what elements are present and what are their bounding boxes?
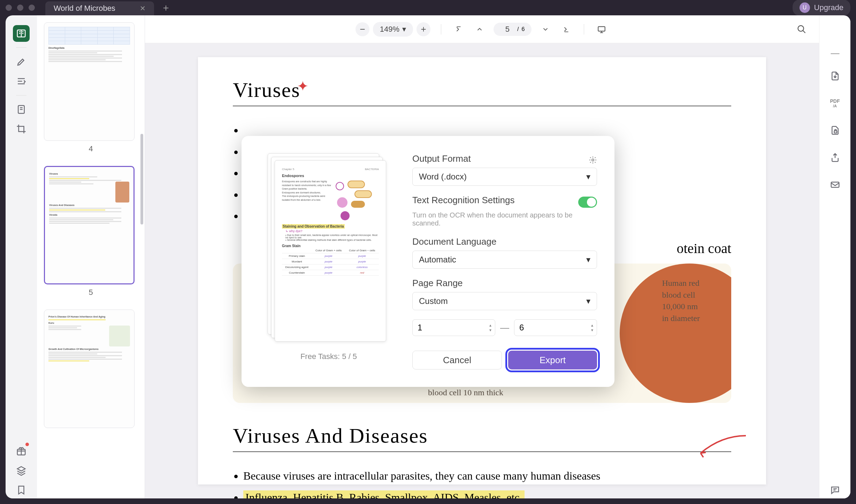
chevron-down-icon: ▾: [586, 255, 590, 265]
export-button[interactable]: Export: [508, 351, 597, 369]
preview-column: Chapter 5BACTERIA Endospores Endospores …: [259, 153, 398, 369]
page-range-inputs: 1 ▴▾ — 6 ▴▾: [412, 319, 597, 336]
export-dialog: Chapter 5BACTERIA Endospores Endospores …: [242, 136, 614, 387]
page-range-label: Page Range: [412, 278, 597, 289]
free-tasks-label: Free Tasks: 5 / 5: [300, 352, 357, 361]
select-value: Word (.docx): [419, 172, 467, 182]
form-column: Output Format Word (.docx) ▾ Text Recogn…: [412, 153, 597, 369]
stepper-icon[interactable]: ▴▾: [591, 323, 593, 333]
select-value: Custom: [419, 296, 448, 306]
dialog-backdrop: Chapter 5BACTERIA Endospores Endospores …: [0, 0, 856, 504]
select-value: Automatic: [419, 255, 456, 265]
svg-point-11: [592, 159, 594, 161]
settings-gear-icon[interactable]: [589, 156, 597, 166]
range-to-input[interactable]: 6 ▴▾: [514, 319, 597, 336]
ocr-toggle[interactable]: [578, 197, 597, 208]
ocr-label: Text Recognition Settings: [412, 195, 514, 206]
stepper-icon[interactable]: ▴▾: [489, 323, 491, 333]
output-format-label: Output Format: [412, 153, 471, 164]
range-from-input[interactable]: 1 ▴▾: [412, 319, 495, 336]
doc-language-label: Document Language: [412, 236, 597, 247]
doc-language-select[interactable]: Automatic ▾: [412, 251, 597, 269]
preview-stack: Chapter 5BACTERIA Endospores Endospores …: [268, 153, 390, 345]
dialog-actions: Cancel Export: [412, 351, 597, 369]
page-range-select[interactable]: Custom ▾: [412, 292, 597, 310]
chevron-down-icon: ▾: [586, 172, 590, 182]
preview-page-front: Chapter 5BACTERIA Endospores Endospores …: [275, 160, 386, 342]
range-dash: —: [500, 322, 509, 333]
ocr-hint: Turn on the OCR when the document appear…: [412, 211, 597, 227]
output-format-select[interactable]: Word (.docx) ▾: [412, 168, 597, 186]
chevron-down-icon: ▾: [586, 296, 590, 306]
cancel-button[interactable]: Cancel: [412, 351, 502, 369]
